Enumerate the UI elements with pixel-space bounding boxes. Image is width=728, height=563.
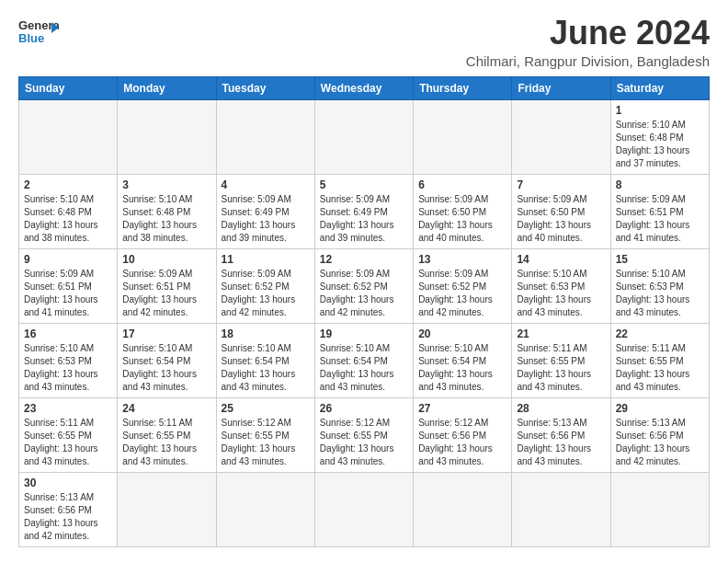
day-number: 13 bbox=[418, 253, 506, 266]
day-info: Sunrise: 5:10 AMSunset: 6:54 PMDaylight:… bbox=[222, 342, 310, 394]
calendar-day-header: Wednesday bbox=[314, 76, 413, 99]
day-info: Sunrise: 5:10 AMSunset: 6:54 PMDaylight:… bbox=[418, 342, 506, 394]
day-info: Sunrise: 5:13 AMSunset: 6:56 PMDaylight:… bbox=[517, 417, 605, 468]
day-number: 9 bbox=[24, 253, 112, 266]
calendar-cell: 18Sunrise: 5:10 AMSunset: 6:54 PMDayligh… bbox=[216, 323, 314, 397]
calendar-cell: 27Sunrise: 5:12 AMSunset: 6:56 PMDayligh… bbox=[414, 397, 512, 472]
calendar-cell bbox=[216, 99, 314, 174]
calendar-cell: 5Sunrise: 5:09 AMSunset: 6:49 PMDaylight… bbox=[314, 174, 413, 248]
calendar-header-row: SundayMondayTuesdayWednesdayThursdayFrid… bbox=[19, 76, 710, 99]
day-info: Sunrise: 5:10 AMSunset: 6:48 PMDaylight:… bbox=[24, 193, 112, 245]
calendar-cell: 15Sunrise: 5:10 AMSunset: 6:53 PMDayligh… bbox=[610, 248, 709, 323]
day-info: Sunrise: 5:12 AMSunset: 6:56 PMDaylight:… bbox=[418, 417, 506, 468]
day-number: 8 bbox=[616, 178, 704, 191]
calendar-cell: 6Sunrise: 5:09 AMSunset: 6:50 PMDaylight… bbox=[414, 174, 512, 248]
day-info: Sunrise: 5:09 AMSunset: 6:52 PMDaylight:… bbox=[222, 268, 310, 319]
calendar-day-header: Saturday bbox=[610, 76, 709, 99]
calendar-cell: 25Sunrise: 5:12 AMSunset: 6:55 PMDayligh… bbox=[216, 397, 314, 472]
day-info: Sunrise: 5:10 AMSunset: 6:54 PMDaylight:… bbox=[122, 342, 210, 394]
calendar-cell: 4Sunrise: 5:09 AMSunset: 6:49 PMDaylight… bbox=[216, 174, 314, 248]
day-number: 16 bbox=[24, 327, 112, 340]
calendar-cell bbox=[118, 99, 216, 174]
day-info: Sunrise: 5:11 AMSunset: 6:55 PMDaylight:… bbox=[24, 417, 112, 468]
day-info: Sunrise: 5:11 AMSunset: 6:55 PMDaylight:… bbox=[122, 417, 210, 468]
day-number: 24 bbox=[122, 402, 210, 415]
day-number: 18 bbox=[222, 327, 310, 340]
day-info: Sunrise: 5:09 AMSunset: 6:51 PMDaylight:… bbox=[24, 268, 112, 319]
day-number: 15 bbox=[616, 253, 704, 266]
page-subtitle: Chilmari, Rangpur Division, Bangladesh bbox=[466, 53, 710, 69]
day-number: 27 bbox=[418, 402, 506, 415]
calendar-day-header: Thursday bbox=[414, 76, 512, 99]
calendar-day-header: Friday bbox=[512, 76, 610, 99]
calendar-cell: 24Sunrise: 5:11 AMSunset: 6:55 PMDayligh… bbox=[118, 397, 216, 472]
calendar-cell bbox=[19, 99, 118, 174]
day-number: 20 bbox=[418, 327, 506, 340]
page-title: June 2024 bbox=[466, 15, 710, 52]
calendar-cell: 8Sunrise: 5:09 AMSunset: 6:51 PMDaylight… bbox=[610, 174, 709, 248]
calendar-cell: 30Sunrise: 5:13 AMSunset: 6:56 PMDayligh… bbox=[19, 472, 118, 546]
calendar-cell: 9Sunrise: 5:09 AMSunset: 6:51 PMDaylight… bbox=[19, 248, 118, 323]
calendar-week-row: 23Sunrise: 5:11 AMSunset: 6:55 PMDayligh… bbox=[19, 397, 710, 472]
day-number: 3 bbox=[122, 178, 210, 191]
day-number: 10 bbox=[122, 253, 210, 266]
calendar-cell: 1Sunrise: 5:10 AMSunset: 6:48 PMDaylight… bbox=[610, 99, 709, 174]
day-number: 17 bbox=[122, 327, 210, 340]
calendar-cell bbox=[610, 472, 709, 546]
day-number: 19 bbox=[320, 327, 408, 340]
calendar-cell: 11Sunrise: 5:09 AMSunset: 6:52 PMDayligh… bbox=[216, 248, 314, 323]
calendar-week-row: 30Sunrise: 5:13 AMSunset: 6:56 PMDayligh… bbox=[19, 472, 710, 546]
day-info: Sunrise: 5:09 AMSunset: 6:52 PMDaylight:… bbox=[418, 268, 506, 319]
day-info: Sunrise: 5:10 AMSunset: 6:53 PMDaylight:… bbox=[24, 342, 112, 394]
day-info: Sunrise: 5:10 AMSunset: 6:53 PMDaylight:… bbox=[517, 268, 605, 319]
day-number: 11 bbox=[222, 253, 310, 266]
svg-text:Blue: Blue bbox=[18, 31, 44, 45]
day-number: 29 bbox=[616, 402, 704, 415]
calendar-cell: 10Sunrise: 5:09 AMSunset: 6:51 PMDayligh… bbox=[118, 248, 216, 323]
logo-icon: General Blue bbox=[18, 15, 59, 50]
calendar-cell bbox=[414, 99, 512, 174]
day-number: 23 bbox=[24, 402, 112, 415]
calendar-cell: 16Sunrise: 5:10 AMSunset: 6:53 PMDayligh… bbox=[19, 323, 118, 397]
calendar-week-row: 1Sunrise: 5:10 AMSunset: 6:48 PMDaylight… bbox=[19, 99, 710, 174]
calendar-cell: 17Sunrise: 5:10 AMSunset: 6:54 PMDayligh… bbox=[118, 323, 216, 397]
calendar-cell: 20Sunrise: 5:10 AMSunset: 6:54 PMDayligh… bbox=[414, 323, 512, 397]
day-number: 25 bbox=[222, 402, 310, 415]
calendar-cell: 28Sunrise: 5:13 AMSunset: 6:56 PMDayligh… bbox=[512, 397, 610, 472]
calendar-cell bbox=[216, 472, 314, 546]
calendar-cell bbox=[118, 472, 216, 546]
calendar-cell: 26Sunrise: 5:12 AMSunset: 6:55 PMDayligh… bbox=[314, 397, 413, 472]
day-info: Sunrise: 5:09 AMSunset: 6:51 PMDaylight:… bbox=[122, 268, 210, 319]
calendar-day-header: Tuesday bbox=[216, 76, 314, 99]
calendar-cell: 22Sunrise: 5:11 AMSunset: 6:55 PMDayligh… bbox=[610, 323, 709, 397]
calendar-cell bbox=[314, 99, 413, 174]
day-number: 26 bbox=[320, 402, 408, 415]
calendar-day-header: Sunday bbox=[19, 76, 118, 99]
calendar-cell: 2Sunrise: 5:10 AMSunset: 6:48 PMDaylight… bbox=[19, 174, 118, 248]
day-info: Sunrise: 5:10 AMSunset: 6:48 PMDaylight:… bbox=[616, 119, 704, 170]
day-info: Sunrise: 5:10 AMSunset: 6:48 PMDaylight:… bbox=[122, 193, 210, 245]
day-number: 28 bbox=[517, 402, 605, 415]
day-info: Sunrise: 5:10 AMSunset: 6:53 PMDaylight:… bbox=[616, 268, 704, 319]
day-number: 2 bbox=[24, 178, 112, 191]
day-info: Sunrise: 5:12 AMSunset: 6:55 PMDaylight:… bbox=[222, 417, 310, 468]
calendar-cell: 7Sunrise: 5:09 AMSunset: 6:50 PMDaylight… bbox=[512, 174, 610, 248]
calendar-week-row: 2Sunrise: 5:10 AMSunset: 6:48 PMDaylight… bbox=[19, 174, 710, 248]
calendar-cell: 19Sunrise: 5:10 AMSunset: 6:54 PMDayligh… bbox=[314, 323, 413, 397]
day-info: Sunrise: 5:09 AMSunset: 6:51 PMDaylight:… bbox=[616, 193, 704, 245]
calendar-day-header: Monday bbox=[118, 76, 216, 99]
calendar-cell bbox=[512, 472, 610, 546]
day-number: 4 bbox=[222, 178, 310, 191]
calendar-cell: 3Sunrise: 5:10 AMSunset: 6:48 PMDaylight… bbox=[118, 174, 216, 248]
day-info: Sunrise: 5:09 AMSunset: 6:50 PMDaylight:… bbox=[517, 193, 605, 245]
day-info: Sunrise: 5:09 AMSunset: 6:50 PMDaylight:… bbox=[418, 193, 506, 245]
calendar-week-row: 16Sunrise: 5:10 AMSunset: 6:53 PMDayligh… bbox=[19, 323, 710, 397]
calendar-week-row: 9Sunrise: 5:09 AMSunset: 6:51 PMDaylight… bbox=[19, 248, 710, 323]
day-info: Sunrise: 5:10 AMSunset: 6:54 PMDaylight:… bbox=[320, 342, 408, 394]
calendar-cell: 13Sunrise: 5:09 AMSunset: 6:52 PMDayligh… bbox=[414, 248, 512, 323]
day-number: 14 bbox=[517, 253, 605, 266]
day-number: 6 bbox=[418, 178, 506, 191]
day-info: Sunrise: 5:09 AMSunset: 6:49 PMDaylight:… bbox=[222, 193, 310, 245]
calendar-cell bbox=[512, 99, 610, 174]
calendar-cell: 14Sunrise: 5:10 AMSunset: 6:53 PMDayligh… bbox=[512, 248, 610, 323]
